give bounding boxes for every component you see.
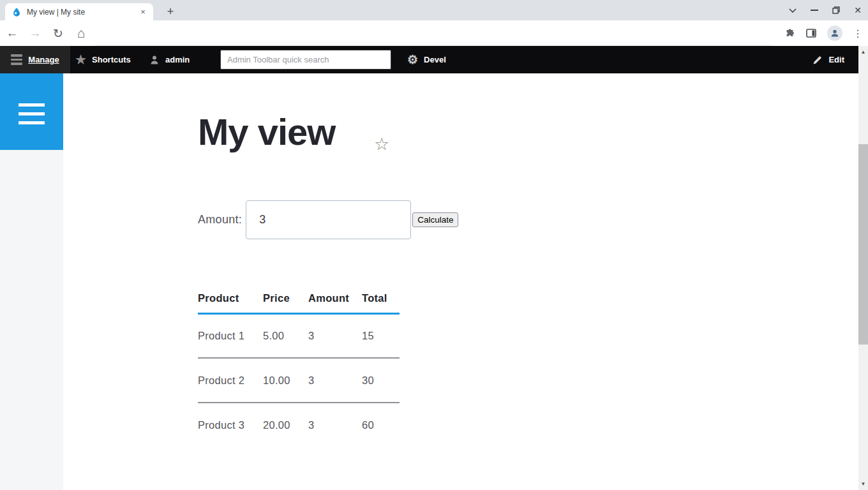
toolbar-item-shortcuts[interactable]: ★ Shortcuts [75, 46, 131, 73]
header-total: Total [362, 285, 400, 313]
browser-menu-icon[interactable]: ⋮ [853, 27, 863, 40]
calculate-button[interactable]: Calculate [412, 212, 458, 227]
side-panel-icon[interactable] [805, 27, 817, 39]
amount-label: Amount: [198, 213, 242, 226]
cell-total: 60 [362, 403, 400, 447]
home-button[interactable]: ⌂ [74, 26, 88, 41]
flag-star-icon[interactable]: ☆ [374, 134, 389, 154]
devel-gear-icon: ⚙ [407, 52, 418, 67]
scrollbar-down-icon[interactable]: ▼ [858, 479, 868, 489]
tab-strip: My view | My site × + ✕ [0, 0, 868, 20]
site-menu-hamburger-icon[interactable] [19, 103, 45, 124]
minimize-button[interactable] [811, 10, 818, 11]
cell-product: Product 1 [198, 313, 263, 358]
page-title: My view [198, 110, 335, 153]
drupal-favicon [11, 7, 22, 17]
cell-amount: 3 [308, 358, 362, 403]
table-row: Product 2 10.00 3 30 [198, 358, 400, 403]
edit-pencil-icon [812, 55, 823, 65]
page-scrollbar[interactable]: ▲ ▼ [858, 46, 868, 490]
reload-button[interactable]: ↻ [51, 26, 65, 41]
toolbar-item-manage[interactable]: Manage [0, 46, 70, 73]
amount-form: Amount: Calculate [198, 200, 458, 239]
header-price: Price [263, 285, 308, 313]
products-table: Product Price Amount Total Product 1 5.0… [198, 285, 400, 447]
amount-input[interactable] [246, 200, 411, 239]
header-product: Product [198, 285, 263, 313]
toolbar-item-user[interactable]: admin [149, 46, 190, 73]
left-rail [0, 150, 63, 490]
browser-navbar: ← → ↻ ⌂ ⓘ drupal.docker.localhost:8000/m… [0, 20, 868, 46]
table-row: Product 3 20.00 3 60 [198, 403, 400, 447]
back-button[interactable]: ← [5, 26, 19, 40]
cell-product: Product 2 [198, 358, 263, 403]
table-header-row: Product Price Amount Total [198, 285, 400, 313]
devel-label: Devel [424, 55, 446, 64]
profile-avatar[interactable] [827, 26, 842, 41]
scrollbar-up-icon[interactable]: ▲ [858, 47, 868, 57]
header-amount: Amount [308, 285, 362, 313]
admin-toolbar-search-input[interactable] [220, 50, 391, 70]
cell-price: 10.00 [263, 358, 308, 403]
manage-hamburger-icon [11, 54, 22, 65]
new-tab-button[interactable]: + [162, 4, 179, 20]
tab-close-icon[interactable]: × [138, 7, 148, 17]
extensions-puzzle-icon[interactable] [784, 27, 795, 39]
cell-total: 15 [362, 313, 400, 358]
table-row: Product 1 5.00 3 15 [198, 313, 400, 358]
tab-title: My view | My site [27, 8, 138, 17]
cell-price: 5.00 [263, 313, 308, 358]
browser-tab[interactable]: My view | My site × [5, 3, 153, 20]
toolbar-item-edit[interactable]: Edit [812, 46, 844, 73]
cell-amount: 3 [308, 313, 362, 358]
user-icon [149, 55, 160, 65]
cell-amount: 3 [308, 403, 362, 447]
window-controls: ✕ [789, 0, 862, 20]
shortcuts-label: Shortcuts [92, 55, 131, 64]
chevron-down-icon[interactable] [789, 8, 797, 13]
close-window-button[interactable]: ✕ [854, 5, 862, 15]
main-content: My view ☆ Amount: Calculate Product Pric… [63, 73, 858, 490]
cell-product: Product 3 [198, 403, 263, 447]
forward-button[interactable]: → [28, 26, 42, 40]
drupal-admin-toolbar: Manage ★ Shortcuts admin ⚙ Devel Edit [0, 46, 858, 73]
edit-label: Edit [828, 55, 844, 64]
manage-label: Manage [28, 55, 59, 64]
scrollbar-thumb[interactable] [858, 144, 868, 345]
site-header-block [0, 73, 63, 150]
cell-total: 30 [362, 358, 400, 403]
cell-price: 20.00 [263, 403, 308, 447]
restore-button[interactable] [832, 6, 840, 14]
user-label: admin [165, 55, 190, 64]
shortcuts-star-icon: ★ [75, 52, 86, 67]
toolbar-item-devel[interactable]: ⚙ Devel [407, 46, 446, 73]
